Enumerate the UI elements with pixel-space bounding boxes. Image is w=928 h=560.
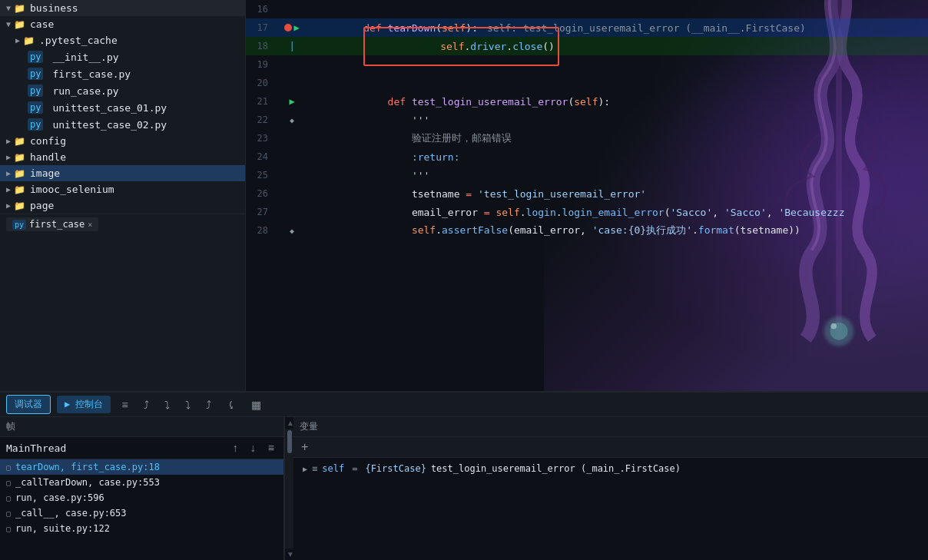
sidebar-item-unittest-01[interactable]: py unittest_case_01.py xyxy=(0,99,245,116)
line-number-22: 22 xyxy=(246,114,280,125)
folder-icon-imooc: 📁 xyxy=(14,184,25,195)
code-editor[interactable]: 16 17 ▶ def tearDown(self):self: test_lo… xyxy=(246,0,928,391)
frame-item-call-653[interactable]: ▢ _call__, case.py:653 xyxy=(0,505,283,521)
expand-arrow-page: ▶ xyxy=(6,201,11,210)
code-line-19: 19 xyxy=(246,55,928,74)
frame-item-callteardown[interactable]: ▢ _callTearDown, case.py:553 xyxy=(0,475,283,490)
frame-text-1: _callTearDown, case.py:553 xyxy=(15,477,160,488)
folder-icon-config: 📁 xyxy=(14,136,25,147)
folder-icon-handle: 📁 xyxy=(14,152,25,163)
console-tab[interactable]: ▶ 控制台 xyxy=(57,396,111,413)
sidebar-label-config: config xyxy=(30,135,66,147)
frame-item-run-596[interactable]: ▢ run, case.py:596 xyxy=(0,490,283,505)
frame-text-0: tearDown, first_case.py:18 xyxy=(15,462,160,472)
sidebar-item-config[interactable]: ▶ 📁 config xyxy=(0,133,245,149)
line-number-16: 16 xyxy=(246,4,280,15)
grid-view-btn[interactable]: ▦ xyxy=(247,397,266,413)
file-tab-first-case[interactable]: py first_case × xyxy=(6,217,98,231)
line-number-21: 21 xyxy=(246,96,280,107)
frame-item-teardown[interactable]: ▢ tearDown, first_case.py:18 xyxy=(0,459,283,475)
frames-scrollbar[interactable]: ▲ ▼ xyxy=(284,417,293,560)
frame-text-3: _call__, case.py:653 xyxy=(15,508,127,519)
sidebar-item-run-case[interactable]: py run_case.py xyxy=(0,82,245,99)
sidebar-item-unittest-02[interactable]: py unittest_case_02.py xyxy=(0,116,245,133)
thread-up-btn[interactable]: ↑ xyxy=(230,440,241,456)
py-icon-tab: py xyxy=(12,220,26,230)
py-icon-unittest02: py xyxy=(28,118,43,131)
debug-arrow-17: ▶ xyxy=(293,22,299,33)
folder-icon-business: 📁 xyxy=(14,3,25,14)
add-variable-btn[interactable]: + xyxy=(297,439,313,456)
thread-menu-btn[interactable]: ≡ xyxy=(265,440,277,456)
line-number-25: 25 xyxy=(246,170,280,181)
bottom-content: 帧 MainThread ↑ ↓ ≡ ▢ tearDown, first_cas… xyxy=(0,417,928,560)
sidebar-label-first-case: first_case.py xyxy=(52,68,131,80)
expand-arrow-config: ▶ xyxy=(6,137,11,145)
var-type-self: {FirstCase} xyxy=(365,463,426,474)
sidebar-item-case[interactable]: ▼ 📁 case xyxy=(0,16,245,32)
var-value-self: test_login_useremail_error (_main_.First… xyxy=(431,463,681,474)
frame-icon-0: ▢ xyxy=(6,463,11,472)
py-icon-first-case: py xyxy=(28,68,43,80)
line-content-28: self.assertFalse(email_error, 'case:{0}执… xyxy=(303,212,928,249)
sidebar-item-business[interactable]: ▼ 📁 business xyxy=(0,0,245,16)
sidebar-label-run-case: run_case.py xyxy=(52,85,118,97)
sidebar-item-image[interactable]: ▶ 📁 image xyxy=(0,165,245,181)
sidebar-label-pytest: .pytest_cache xyxy=(39,35,118,46)
frame-icon-1: ▢ xyxy=(6,479,11,487)
code-line-18: 18 │ self.driver.close() xyxy=(246,37,928,55)
line-number-19: 19 xyxy=(246,59,280,70)
debug-toolbar: 调试器 ▶ 控制台 ≡ ⤴ ⤵ ⤵ ⤴ ⤹ ▦ xyxy=(0,393,928,417)
thread-controls: MainThread ↑ ↓ ≡ xyxy=(0,437,283,459)
sidebar-label-image: image xyxy=(30,167,60,179)
sidebar-item-handle[interactable]: ▶ 📁 handle xyxy=(0,149,245,165)
frame-item-run-suite[interactable]: ▢ run, suite.py:122 xyxy=(0,521,283,536)
py-icon-init: py xyxy=(28,51,43,63)
gutter-22: ◆ xyxy=(280,116,303,124)
expand-arrow-case: ▼ xyxy=(6,20,11,28)
frame-icon-4: ▢ xyxy=(6,525,11,533)
step-over-btn[interactable]: ⤵ xyxy=(181,397,195,413)
sidebar-label-case: case xyxy=(30,18,54,30)
diamond-28: ◆ xyxy=(290,227,294,235)
scroll-up-btn[interactable]: ▲ xyxy=(285,417,293,429)
var-expand-icon: ▶ xyxy=(303,465,307,473)
debugger-tab[interactable]: 调试器 xyxy=(6,395,51,414)
step-into-btn[interactable]: ⤵ xyxy=(160,397,174,413)
sidebar-label-init: __init__.py xyxy=(52,51,118,63)
gutter-17: ▶ xyxy=(280,22,303,33)
var-toolbar: + xyxy=(293,437,928,458)
close-tab-icon[interactable]: × xyxy=(88,220,92,229)
folder-icon-pytest: 📁 xyxy=(23,35,35,46)
var-item-self[interactable]: ▶ ≡ self = {FirstCase} test_login_userem… xyxy=(293,461,928,476)
sidebar-label-imooc: imooc_selenium xyxy=(30,184,114,195)
frames-panel: 帧 MainThread ↑ ↓ ≡ ▢ tearDown, first_cas… xyxy=(0,417,284,560)
sidebar-item-first-case[interactable]: py first_case.py xyxy=(0,65,245,82)
sidebar-item-page[interactable]: ▶ 📁 page xyxy=(0,197,245,214)
frames-title: 帧 xyxy=(6,420,15,433)
sidebar-item-init-py[interactable]: py __init__.py xyxy=(0,48,245,65)
sidebar-item-imooc[interactable]: ▶ 📁 imooc_selenium xyxy=(0,181,245,197)
variables-header: 变量 xyxy=(293,417,928,437)
scroll-down-btn[interactable]: ▼ xyxy=(285,548,293,560)
gutter-21: ▶ xyxy=(280,96,303,107)
gutter-28: ◆ xyxy=(280,227,303,235)
expand-arrow-handle: ▶ xyxy=(6,153,11,161)
reorder-icon-btn[interactable]: ≡ xyxy=(117,397,132,413)
folder-icon-image: 📁 xyxy=(14,168,25,179)
breakpoint-17 xyxy=(284,24,292,31)
var-list-icon: ≡ xyxy=(312,463,317,474)
frame-list: ▢ tearDown, first_case.py:18 ▢ _callTear… xyxy=(0,459,283,560)
diamond-22: ◆ xyxy=(290,116,294,124)
restart-btn[interactable]: ⤹ xyxy=(222,397,240,413)
step-out-btn[interactable]: ⤴ xyxy=(139,397,154,413)
line-number-27: 27 xyxy=(246,207,280,217)
code-content: 16 17 ▶ def tearDown(self):self: test_lo… xyxy=(246,0,928,391)
line-number-20: 20 xyxy=(246,78,280,88)
sidebar-item-pytest-cache[interactable]: ▶ 📁 .pytest_cache xyxy=(0,32,245,48)
cursor-indicator-18: │ xyxy=(290,41,295,51)
file-tab-label: first_case xyxy=(29,219,85,230)
thread-down-btn[interactable]: ↓ xyxy=(247,440,259,456)
sidebar-label-unittest01: unittest_case_01.py xyxy=(52,102,167,114)
resume-btn[interactable]: ⤴ xyxy=(201,397,216,413)
